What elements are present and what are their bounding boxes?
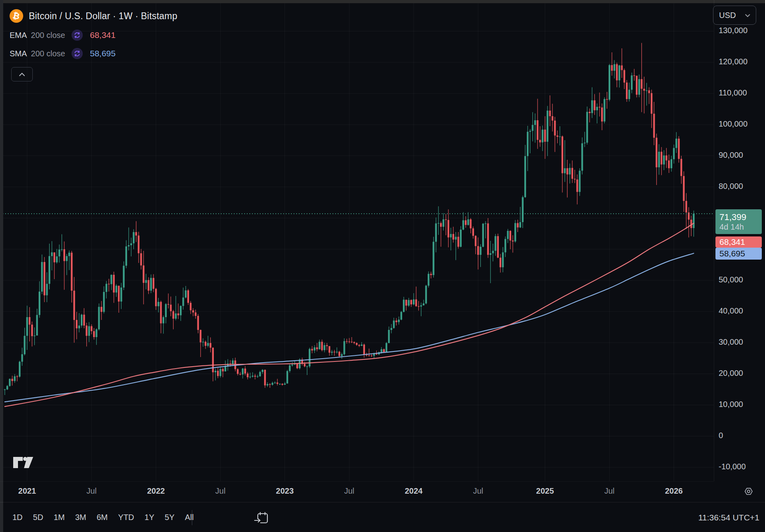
range-button-1d[interactable]: 1D [7,510,28,524]
last-price-value: 71,399 [715,212,762,222]
candle-body [487,223,489,255]
candle-body [594,100,595,110]
candle-body [321,342,323,350]
candle-body [190,303,191,310]
tradingview-logo[interactable] [13,456,34,470]
candle-body [237,369,239,374]
candle-body [678,139,679,159]
time-axis[interactable]: 2021Jul2022Jul2023Jul2024Jul2025Jul2026 [0,481,714,502]
candle-body [361,345,363,346]
price-tick-label: 80,000 [719,182,743,191]
range-button-1y[interactable]: 1Y [139,510,159,524]
window-top-strip [0,0,765,3]
candle-body [514,223,516,242]
candle-body [572,168,573,179]
candle-body [472,228,474,236]
candle-body [264,370,266,385]
candle-body [680,159,682,176]
candle-body [205,342,206,346]
range-button-3m[interactable]: 3M [70,510,92,524]
clock-display[interactable]: 11:36:54 UTC+1 [698,502,759,532]
candle-body [596,107,598,111]
range-button-6m[interactable]: 6M [92,510,113,524]
candle-body [589,112,590,113]
price-axis[interactable]: -10,000010,00020,00030,00040,00050,00060… [714,0,765,481]
candle-body [626,83,628,99]
candle-body [574,179,576,180]
candle-body [116,286,117,292]
candle-body [618,66,620,80]
candle-body [29,317,30,325]
candle-body [225,366,226,371]
indicator-row-ema[interactable]: EMA 200 close 68,341 [10,27,177,43]
candle-body [609,65,610,100]
candle-body [616,64,618,81]
candle-body [462,220,464,230]
legend-collapse-button[interactable] [11,67,33,81]
indicator-row-sma[interactable]: SMA 200 close 58,695 [10,46,177,62]
candle-body [108,284,110,284]
candle-body [663,155,665,165]
candle-body [289,365,291,371]
candle-body [147,280,149,291]
range-button-5d[interactable]: 5D [28,510,49,524]
time-tick-label-jul: Jul [202,486,238,496]
price-tick-label: 130,000 [719,26,747,35]
symbol-title[interactable]: Bitcoin / U.S. Dollar · 1W · Bitstamp [29,11,177,22]
candle-body [356,343,357,345]
candle-body [24,336,25,354]
candle-body [432,242,434,275]
candle-body [634,75,635,76]
candle-body [197,316,199,330]
range-button-ytd[interactable]: YTD [113,510,139,524]
candle-body [448,220,449,238]
candle-body [163,317,164,324]
candle-body [311,349,313,351]
candle-body [358,345,360,346]
candle-body [527,132,528,156]
range-button-5y[interactable]: 5Y [159,510,179,524]
candle-body [195,312,196,316]
candle-body [314,347,315,351]
candle-body [160,302,161,324]
candle-body [562,137,563,173]
candle-body [386,343,387,352]
goto-date-button[interactable] [253,509,271,526]
time-tick-label-2025: 2025 [527,486,563,496]
candle-body [504,239,506,252]
candle-body [381,349,382,352]
indicator-value-ema: 68,341 [90,30,116,40]
candle-body [281,384,283,385]
candle-body [519,222,521,227]
price-chart[interactable] [0,0,714,481]
candle-body [646,90,647,91]
calendar-icon [253,521,271,528]
candle-body [581,143,583,171]
candle-body [685,201,687,212]
gear-icon[interactable] [740,484,757,500]
candle-body [106,284,107,292]
candle-body [54,252,55,262]
candle-body [284,383,285,385]
candle-body [400,312,402,320]
candle-body [71,253,72,291]
candle-body [316,347,318,349]
candle-body [413,300,414,305]
indicator-name: EMA [10,31,27,40]
candle-body [556,135,558,137]
range-button-1m[interactable]: 1M [48,510,70,524]
price-tick-label: -10,000 [719,462,746,471]
candle-body [658,152,660,167]
candle-body [477,246,479,255]
candle-body [500,258,501,267]
symbol-title-row[interactable]: ₿ Bitcoin / U.S. Dollar · 1W · Bitstamp [10,7,177,25]
candle-body [66,256,68,261]
candle-body [157,302,159,306]
range-button-all[interactable]: All [179,510,199,524]
currency-dropdown[interactable]: USD [713,6,756,25]
candle-body [113,275,115,292]
candle-body [628,90,630,99]
candle-body [222,369,223,371]
candle-body [249,377,251,377]
time-tick-label-jul: Jul [331,486,367,496]
